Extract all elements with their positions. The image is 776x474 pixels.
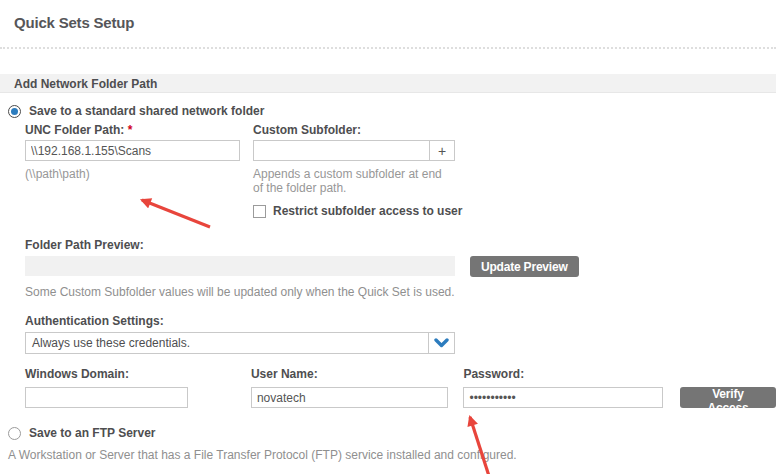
- folder-path-preview-box: [25, 256, 455, 276]
- add-subfolder-button[interactable]: +: [429, 141, 454, 160]
- radio-standard-network-folder[interactable]: [8, 105, 21, 118]
- custom-subfolder-input[interactable]: [254, 141, 429, 160]
- radio-ftp-server[interactable]: [8, 427, 21, 440]
- ftp-server-description: A Workstation or Server that has a File …: [8, 448, 776, 462]
- radio-ftp-server-label: Save to an FTP Server: [29, 426, 156, 440]
- required-asterisk: *: [128, 123, 133, 137]
- user-name-group: User Name:: [251, 367, 449, 408]
- user-name-label: User Name:: [251, 367, 449, 381]
- unc-path-hint: (\\path\path): [25, 167, 240, 181]
- network-folder-form: UNC Folder Path: * (\\path\path) Custom …: [25, 123, 776, 408]
- preview-note: Some Custom Subfolder values will be upd…: [25, 285, 776, 299]
- folder-path-preview-label: Folder Path Preview:: [25, 238, 776, 252]
- windows-domain-input[interactable]: [25, 387, 188, 408]
- chevron-down-icon: [434, 338, 449, 348]
- title-divider: [0, 47, 776, 49]
- custom-subfolder-label: Custom Subfolder:: [253, 123, 455, 137]
- custom-subfolder-input-group: +: [253, 140, 455, 161]
- folder-path-preview-block: Folder Path Preview: Update Preview Some…: [25, 238, 776, 299]
- unc-folder-path-input[interactable]: [25, 140, 240, 161]
- password-label: Password:: [463, 367, 662, 381]
- verify-access-button[interactable]: Verify Access: [680, 387, 776, 408]
- section-header-add-network-folder-path: Add Network Folder Path: [0, 74, 776, 93]
- restrict-subfolder-label: Restrict subfolder access to user: [273, 204, 462, 218]
- unc-folder-path-group: UNC Folder Path: * (\\path\path): [25, 123, 240, 218]
- dropdown-arrow-cell[interactable]: [428, 333, 454, 353]
- authentication-settings-label: Authentication Settings:: [25, 314, 776, 328]
- password-group: Password:: [463, 367, 662, 408]
- quick-sets-setup-page: Quick Sets Setup Add Network Folder Path…: [0, 14, 776, 474]
- restrict-subfolder-checkbox[interactable]: [253, 205, 266, 218]
- password-input[interactable]: [463, 387, 662, 408]
- custom-subfolder-group: Custom Subfolder: + Appends a custom sub…: [253, 123, 455, 218]
- windows-domain-label: Windows Domain:: [25, 367, 188, 381]
- authentication-settings-block: Authentication Settings: Always use thes…: [25, 314, 776, 354]
- unc-folder-path-label: UNC Folder Path: *: [25, 123, 240, 137]
- page-title: Quick Sets Setup: [14, 14, 776, 31]
- update-preview-button[interactable]: Update Preview: [470, 256, 579, 277]
- custom-subfolder-help: Appends a custom subfolder at end of the…: [253, 167, 453, 195]
- authentication-selected-value: Always use these credentials.: [26, 333, 428, 353]
- radio-row-standard-network-folder[interactable]: Save to a standard shared network folder: [8, 104, 776, 118]
- radio-row-ftp-server[interactable]: Save to an FTP Server: [8, 426, 776, 440]
- credentials-row: Windows Domain: User Name: Password: Ver…: [25, 367, 776, 408]
- windows-domain-group: Windows Domain:: [25, 367, 188, 408]
- restrict-subfolder-row[interactable]: Restrict subfolder access to user: [253, 204, 455, 218]
- authentication-settings-dropdown[interactable]: Always use these credentials.: [25, 332, 455, 354]
- user-name-input[interactable]: [251, 387, 449, 408]
- radio-standard-network-folder-label: Save to a standard shared network folder: [29, 104, 264, 118]
